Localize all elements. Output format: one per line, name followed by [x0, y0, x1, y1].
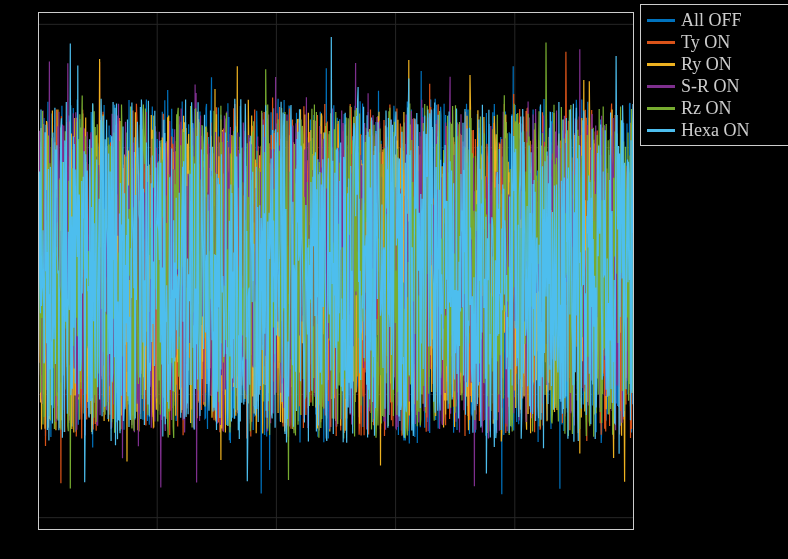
- legend-item: Rz ON: [647, 97, 787, 119]
- legend-label: Hexa ON: [681, 119, 749, 141]
- legend: All OFF Ty ON Ry ON S-R ON Rz ON Hexa ON: [640, 4, 788, 146]
- legend-item: All OFF: [647, 9, 787, 31]
- legend-swatch: [647, 85, 675, 88]
- legend-item: Ry ON: [647, 53, 787, 75]
- legend-swatch: [647, 63, 675, 66]
- legend-item: S-R ON: [647, 75, 787, 97]
- chart-canvas: [38, 12, 634, 530]
- legend-item: Ty ON: [647, 31, 787, 53]
- legend-label: All OFF: [681, 9, 742, 31]
- legend-label: Ry ON: [681, 53, 732, 75]
- legend-label: Rz ON: [681, 97, 732, 119]
- legend-item: Hexa ON: [647, 119, 787, 141]
- legend-swatch: [647, 41, 675, 44]
- chart-axes: [38, 12, 634, 530]
- legend-swatch: [647, 129, 675, 132]
- legend-swatch: [647, 19, 675, 22]
- legend-label: Ty ON: [681, 31, 730, 53]
- legend-swatch: [647, 107, 675, 110]
- legend-label: S-R ON: [681, 75, 740, 97]
